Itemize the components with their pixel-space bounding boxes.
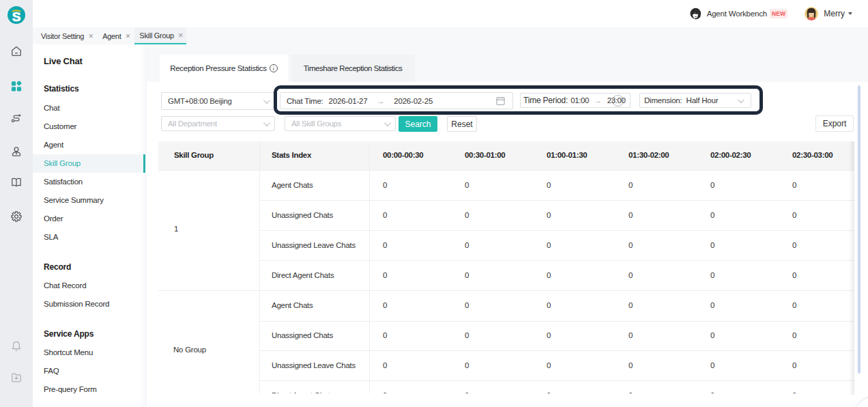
svg-text:S: S xyxy=(12,10,21,24)
